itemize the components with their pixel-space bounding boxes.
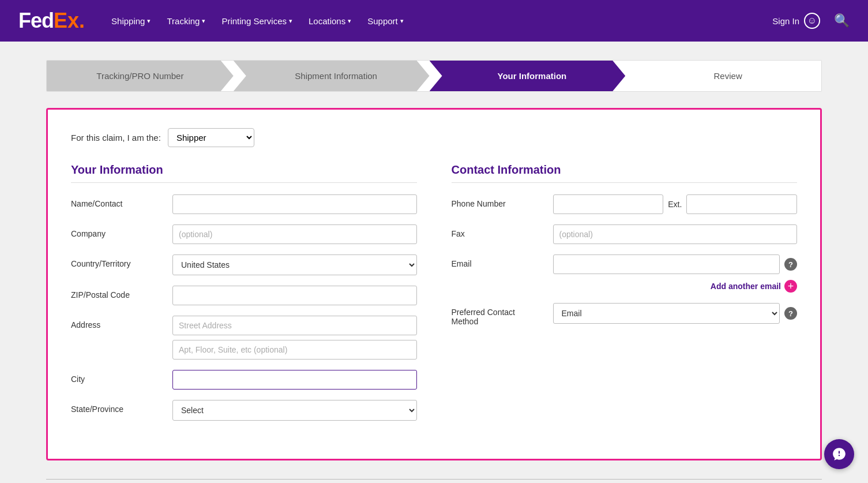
- nav-item-printing[interactable]: Printing Services ▾: [216, 12, 298, 31]
- phone-row: Ext.: [553, 194, 798, 214]
- logo-fed-text: Fed: [18, 9, 54, 33]
- state-select[interactable]: Select Alabama Alaska Arizona California…: [172, 400, 417, 421]
- add-email-row: Add another email +: [452, 280, 798, 293]
- name-field-row: Name/Contact: [71, 194, 417, 214]
- header-left: FedEx. Shipping ▾ Tracking ▾ Printing Se…: [18, 9, 409, 33]
- state-label: State/Province: [71, 400, 163, 414]
- chevron-down-icon: ▾: [348, 17, 351, 25]
- fedex-logo[interactable]: FedEx.: [18, 9, 85, 33]
- company-field-row: Company: [71, 224, 417, 244]
- main-nav: Shipping ▾ Tracking ▾ Printing Services …: [106, 12, 409, 31]
- email-label: Email: [452, 254, 544, 268]
- city-label: City: [71, 370, 163, 384]
- two-col-layout: Your Information Name/Contact Company Co…: [71, 163, 797, 431]
- country-input-wrap: United States Canada Mexico United Kingd…: [172, 254, 417, 275]
- fax-input[interactable]: [553, 224, 798, 244]
- country-select[interactable]: United States Canada Mexico United Kingd…: [172, 254, 417, 275]
- nav-shipping-label: Shipping: [111, 16, 145, 26]
- chevron-down-icon: ▾: [147, 17, 151, 25]
- step-review[interactable]: Review: [625, 61, 821, 91]
- page-content: Tracking/PRO Number Shipment Information…: [0, 42, 868, 483]
- add-email-link[interactable]: Add another email: [711, 282, 781, 291]
- email-input[interactable]: [553, 254, 780, 274]
- address-input-wrap: [172, 316, 417, 360]
- ext-label: Ext.: [668, 200, 682, 209]
- country-field-row: Country/Territory United States Canada M…: [71, 254, 417, 275]
- zip-field-row: ZIP/Postal Code: [71, 286, 417, 305]
- phone-label: Phone Number: [452, 194, 544, 208]
- add-email-icon[interactable]: +: [784, 280, 797, 293]
- address-line2-input[interactable]: [172, 340, 417, 360]
- company-input[interactable]: [172, 224, 417, 244]
- fax-input-wrap: [553, 224, 798, 244]
- nav-tracking-label: Tracking: [167, 16, 200, 26]
- state-input-wrap: Select Alabama Alaska Arizona California…: [172, 400, 417, 421]
- sign-in-label: Sign In: [772, 16, 799, 26]
- step-review-label: Review: [714, 71, 742, 81]
- chat-widget[interactable]: [824, 439, 854, 469]
- preferred-label: Preferred Contact Method: [452, 303, 544, 326]
- form-card: For this claim, I am the: Shipper Recipi…: [46, 108, 822, 460]
- name-input[interactable]: [172, 194, 417, 214]
- preferred-input-wrap: Email Phone Fax ?: [553, 303, 798, 324]
- header-right: Sign In ☺ 🔍: [772, 13, 850, 29]
- city-field-row: City: [71, 370, 417, 390]
- nav-item-locations[interactable]: Locations ▾: [303, 12, 357, 31]
- nav-item-shipping[interactable]: Shipping ▾: [106, 12, 156, 31]
- step-yourinfo-label: Your Information: [498, 71, 567, 81]
- contact-info-title: Contact Information: [452, 163, 798, 183]
- chat-icon: [832, 447, 847, 462]
- contact-info-col: Contact Information Phone Number Ext. Fa…: [452, 163, 798, 431]
- phone-input[interactable]: [553, 194, 664, 214]
- role-label: For this claim, I am the:: [71, 133, 161, 143]
- logo-dot-text: .: [79, 9, 85, 33]
- ext-input[interactable]: [686, 194, 797, 214]
- progress-steps: Tracking/PRO Number Shipment Information…: [46, 60, 822, 92]
- zip-input-wrap: [172, 286, 417, 305]
- nav-support-label: Support: [367, 16, 398, 26]
- company-input-wrap: [172, 224, 417, 244]
- nav-item-support[interactable]: Support ▾: [362, 12, 409, 31]
- zip-label: ZIP/Postal Code: [71, 286, 163, 299]
- preferred-row: Email Phone Fax ?: [553, 303, 798, 324]
- zip-input[interactable]: [172, 286, 417, 305]
- preferred-field-row: Preferred Contact Method Email Phone Fax…: [452, 303, 798, 326]
- user-icon: ☺: [804, 13, 820, 29]
- state-field-row: State/Province Select Alabama Alaska Ari…: [71, 400, 417, 421]
- role-row: For this claim, I am the: Shipper Recipi…: [71, 128, 797, 147]
- role-select[interactable]: Shipper Recipient Third Party: [168, 128, 254, 147]
- sign-in-button[interactable]: Sign In ☺: [772, 13, 820, 29]
- header: FedEx. Shipping ▾ Tracking ▾ Printing Se…: [0, 0, 868, 42]
- step-your-info[interactable]: Your Information: [430, 61, 626, 91]
- bottom-divider: [46, 479, 822, 480]
- fax-label: Fax: [452, 224, 544, 238]
- chevron-down-icon: ▾: [400, 17, 404, 25]
- phone-field-row: Phone Number Ext.: [452, 194, 798, 214]
- name-label: Name/Contact: [71, 194, 163, 208]
- preferred-select[interactable]: Email Phone Fax: [553, 303, 780, 324]
- chevron-down-icon: ▾: [289, 17, 292, 25]
- preferred-help-icon[interactable]: ?: [784, 307, 797, 320]
- city-input[interactable]: [172, 370, 417, 390]
- step-tracking[interactable]: Tracking/PRO Number: [47, 61, 234, 91]
- email-row: ?: [553, 254, 798, 274]
- phone-input-wrap: Ext.: [553, 194, 798, 214]
- your-info-col: Your Information Name/Contact Company Co…: [71, 163, 417, 431]
- search-icon[interactable]: 🔍: [834, 13, 850, 28]
- email-help-icon[interactable]: ?: [784, 258, 797, 271]
- step-shipment[interactable]: Shipment Information: [234, 61, 430, 91]
- address-line1-input[interactable]: [172, 316, 417, 335]
- country-label: Country/Territory: [71, 254, 163, 268]
- email-field-row: Email ?: [452, 254, 798, 274]
- fax-field-row: Fax: [452, 224, 798, 244]
- address-field-row: Address: [71, 316, 417, 360]
- nav-printing-label: Printing Services: [221, 16, 287, 26]
- your-info-title: Your Information: [71, 163, 417, 183]
- email-input-wrap: ?: [553, 254, 798, 274]
- name-input-wrap: [172, 194, 417, 214]
- chevron-down-icon: ▾: [202, 17, 205, 25]
- step-tracking-label: Tracking/PRO Number: [96, 71, 183, 81]
- step-shipment-label: Shipment Information: [295, 71, 377, 81]
- nav-item-tracking[interactable]: Tracking ▾: [161, 12, 211, 31]
- city-input-wrap: [172, 370, 417, 390]
